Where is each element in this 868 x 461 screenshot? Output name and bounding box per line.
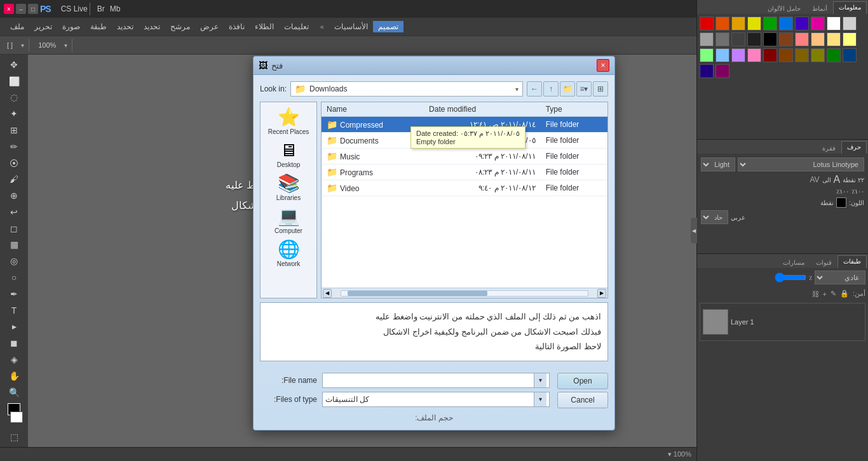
menu-paint[interactable]: الطلاء: [250, 21, 279, 32]
antialias-select[interactable]: حاد: [701, 210, 728, 224]
table-row[interactable]: 📁Compressed ٢٠١١/٠٨/١٤ ص ١٢:٤١ File fold…: [322, 117, 607, 133]
table-row[interactable]: 📁Music ٢٠١١/٠٨/١١ م ٠٩:٢٣ File folder: [322, 149, 607, 164]
color-swatch-item[interactable]: [827, 17, 841, 30]
tool-lasso[interactable]: ◌: [6, 90, 22, 105]
cancel-button[interactable]: Cancel: [557, 392, 608, 408]
color-swatch-item[interactable]: [731, 17, 745, 30]
color-swatch-item[interactable]: [811, 17, 825, 30]
tool-crop[interactable]: ⊞: [6, 123, 22, 138]
tool-shape[interactable]: ◼: [6, 335, 22, 351]
tool-bg-color[interactable]: [10, 411, 23, 423]
maximize-button[interactable]: □: [28, 4, 38, 14]
place-recent[interactable]: ⭐ Recent Places: [264, 106, 313, 138]
color-swatch-item[interactable]: [715, 17, 729, 30]
tool-marquee[interactable]: ⬜: [6, 74, 22, 89]
tab-styles[interactable]: أنماط: [806, 3, 833, 14]
filename-combo[interactable]: ▾: [322, 373, 550, 388]
tool-pen[interactable]: ✒: [6, 286, 22, 302]
place-desktop[interactable]: 🖥 Desktop: [264, 139, 313, 171]
menu-view[interactable]: عرض: [195, 21, 224, 32]
tab-paragraph[interactable]: فقرة: [817, 142, 841, 154]
link-icon[interactable]: ⛓: [812, 290, 819, 298]
color-swatch-item[interactable]: [843, 17, 857, 30]
place-network[interactable]: 🌐 Network: [264, 238, 313, 270]
menu-select[interactable]: تحديد: [139, 21, 165, 32]
minimize-button[interactable]: –: [16, 4, 26, 14]
tool-brush[interactable]: 🖌: [6, 171, 22, 187]
font-family-select[interactable]: Lotus Linotype: [738, 157, 864, 171]
font-weight-select[interactable]: Light: [701, 157, 735, 171]
color-swatch-item[interactable]: [779, 17, 793, 30]
color-swatch-item[interactable]: [779, 48, 793, 62]
color-swatch-item[interactable]: [747, 32, 761, 46]
open-button[interactable]: Open: [557, 373, 608, 389]
zoom-btn[interactable]: 100%: [34, 38, 60, 52]
color-swatch-item[interactable]: [715, 48, 729, 62]
color-swatch-item[interactable]: [700, 17, 714, 30]
tool-blur[interactable]: ◎: [6, 253, 22, 269]
color-swatch-item[interactable]: [763, 48, 777, 62]
nav-view-menu-button[interactable]: ≡▾: [576, 81, 592, 97]
tool-text[interactable]: T: [6, 303, 22, 318]
filetype-dropdown-arrow[interactable]: ▾: [534, 392, 546, 406]
menu-image[interactable]: صورة: [57, 21, 85, 32]
color-swatch-item[interactable]: [811, 48, 825, 62]
color-swatch-item[interactable]: [779, 32, 793, 46]
tool-3d[interactable]: ◈: [6, 352, 22, 367]
tool-gradient[interactable]: ▦: [6, 237, 22, 253]
scroll-thumb[interactable]: [348, 291, 487, 296]
color-swatch-item[interactable]: [700, 64, 714, 78]
open-file-dialog[interactable]: 🖼 فتح × Look in: 📁 Downloads ▾ ← ↑ 📁 ≡▾: [253, 56, 615, 430]
tool-magic-wand[interactable]: ✦: [6, 106, 22, 121]
zoom-expand[interactable]: ▾: [64, 42, 67, 49]
place-libraries[interactable]: 📚 Libraries: [264, 172, 313, 204]
tool-spot-heal[interactable]: ⦿: [6, 156, 22, 171]
color-swatch-item[interactable]: [795, 17, 809, 30]
toolbar-expand[interactable]: ▾: [21, 42, 24, 49]
color-swatch-item[interactable]: [715, 64, 729, 78]
table-row[interactable]: 📁Video ٢٠١١/٠٨/١٢ م ٩:٤٠ File folder: [322, 180, 607, 196]
tab-swatches[interactable]: حامل الألوان: [762, 3, 806, 14]
scroll-right-arrow[interactable]: ▶: [597, 289, 606, 298]
menu-filter[interactable]: مرشح: [165, 21, 195, 32]
tool-hand[interactable]: ✋: [6, 368, 22, 384]
menu-file[interactable]: ملف: [5, 21, 29, 32]
blend-mode-select[interactable]: عادي: [815, 271, 865, 284]
tool-path-select[interactable]: ▸: [6, 319, 22, 335]
color-swatch[interactable]: [836, 197, 846, 208]
filename-dropdown-arrow[interactable]: ▾: [534, 373, 546, 387]
horizontal-scrollbar[interactable]: ◀ ▶: [322, 288, 607, 298]
color-swatch-item[interactable]: [795, 48, 809, 62]
scroll-track[interactable]: [341, 290, 588, 297]
table-row[interactable]: 📁Programs ٢٠١١/٠٨/١١ م ٠٨:٢٣ File folder: [322, 164, 607, 180]
nav-create-folder-button[interactable]: 📁: [560, 81, 575, 97]
color-swatch-item[interactable]: [700, 32, 714, 46]
tool-stamp[interactable]: ⊕: [6, 188, 22, 203]
menu-basics[interactable]: الأساسيات: [329, 21, 373, 32]
color-swatch-item[interactable]: [763, 17, 777, 30]
tool-history-brush[interactable]: ↩: [6, 204, 22, 220]
col-date[interactable]: Date modified: [424, 102, 541, 117]
scroll-left-arrow[interactable]: ◀: [323, 289, 332, 298]
color-swatch-item[interactable]: [700, 48, 714, 62]
tool-eyedropper[interactable]: ✏: [6, 139, 22, 154]
menu-design[interactable]: تصميم: [373, 21, 403, 32]
lock-icon[interactable]: 🔒: [840, 290, 849, 298]
tool-mode-standard[interactable]: ⬚: [6, 429, 22, 444]
toolbar-select-btn[interactable]: [ ]: [3, 38, 17, 52]
color-swatch-item[interactable]: [747, 17, 761, 30]
color-swatch-item[interactable]: [827, 48, 841, 62]
tab-channels[interactable]: قنوات: [810, 257, 837, 268]
lookin-dropdown-arrow[interactable]: ▾: [515, 86, 519, 93]
menu-window[interactable]: نافذة: [224, 21, 250, 32]
color-swatch-item[interactable]: [731, 32, 745, 46]
lookin-combo[interactable]: 📁 Downloads ▾: [290, 81, 523, 97]
color-swatch-item[interactable]: [795, 32, 809, 46]
nav-extra-button[interactable]: ⊞: [593, 81, 608, 97]
panel-collapse-handle[interactable]: ◀: [691, 218, 697, 243]
tool-eraser[interactable]: ◻: [6, 221, 22, 236]
tab-info[interactable]: معلومات: [833, 1, 867, 14]
color-swatch-item[interactable]: [811, 32, 825, 46]
menu-instructions[interactable]: تعليمات: [279, 21, 314, 32]
color-swatch-item[interactable]: [747, 48, 761, 62]
